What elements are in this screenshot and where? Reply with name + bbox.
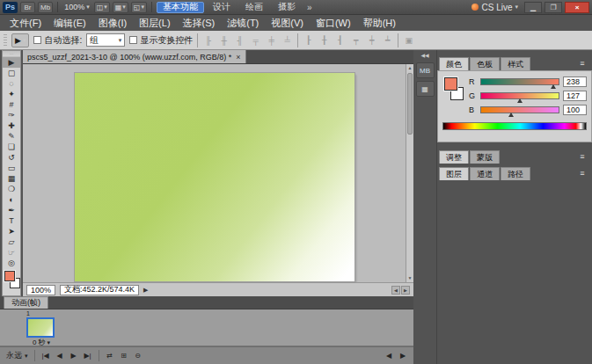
expand-dock-button[interactable]: ◀◀: [413, 50, 436, 60]
animation-frame[interactable]: 1 0 秒 ▾: [25, 310, 58, 347]
blue-slider-thumb[interactable]: [508, 113, 514, 117]
minimize-button[interactable]: ▁: [524, 2, 542, 13]
vertical-scrollbar[interactable]: ▲ ▼: [406, 64, 413, 282]
delete-frame-button[interactable]: ⊖: [132, 350, 144, 362]
status-zoom-field[interactable]: 100%: [26, 285, 55, 295]
arrange-documents-button[interactable]: ▦ ▾: [113, 2, 128, 13]
scroll-right-icon[interactable]: ▶: [401, 286, 410, 295]
auto-select-target-dropdown[interactable]: 组 ▾: [86, 33, 125, 47]
tab-layers[interactable]: 图层: [439, 167, 469, 180]
distribute-bottom-icon[interactable]: ┷: [382, 36, 393, 45]
tool-panel-grip[interactable]: ⋯: [3, 51, 20, 57]
scroll-right-icon[interactable]: ▶: [397, 350, 409, 362]
red-slider-thumb[interactable]: [551, 84, 556, 89]
dodge-tool[interactable]: ◐: [3, 194, 20, 205]
blue-value-field[interactable]: 100: [563, 105, 587, 115]
launch-minibridge-button[interactable]: Mb: [38, 2, 53, 13]
distribute-top-icon[interactable]: ┯: [350, 36, 362, 45]
menu-layer[interactable]: 图层(L): [133, 15, 176, 32]
eraser-tool[interactable]: ▭: [3, 163, 20, 173]
tab-adjustments[interactable]: 调整: [439, 150, 469, 164]
previous-frame-button[interactable]: ◀: [54, 350, 66, 362]
tab-masks[interactable]: 蒙版: [470, 150, 500, 164]
gradient-tool[interactable]: ▦: [3, 173, 20, 184]
distribute-left-icon[interactable]: ┠: [303, 36, 314, 45]
workspace-essentials-button[interactable]: 基本功能: [157, 2, 204, 13]
tab-paths[interactable]: 路径: [501, 167, 530, 180]
tab-channels[interactable]: 通道: [470, 167, 500, 180]
move-tool[interactable]: ▶: [3, 57, 20, 68]
history-brush-tool[interactable]: ↺: [3, 152, 20, 163]
menu-image[interactable]: 图像(I): [92, 15, 133, 32]
blur-tool[interactable]: ❍: [3, 184, 20, 194]
green-value-field[interactable]: 127: [563, 91, 587, 101]
close-button[interactable]: ×: [565, 2, 589, 13]
align-right-icon[interactable]: ╢: [234, 36, 245, 45]
loop-count-dropdown[interactable]: 永远 ▾: [4, 350, 30, 361]
next-frame-button[interactable]: ▶|: [82, 350, 94, 362]
tab-color[interactable]: 颜色: [439, 57, 469, 70]
horizontal-scrollbar[interactable]: ◀ ▶: [391, 286, 410, 295]
foreground-color-swatch[interactable]: [444, 77, 457, 91]
quick-selection-tool[interactable]: ✦: [3, 89, 20, 99]
align-hcenter-icon[interactable]: ╫: [218, 36, 230, 45]
workspace-design-button[interactable]: 设计: [207, 2, 237, 13]
scroll-down-icon[interactable]: ▼: [406, 274, 413, 282]
play-button[interactable]: ▶: [68, 350, 80, 362]
path-selection-tool[interactable]: ➤: [3, 226, 20, 237]
align-top-icon[interactable]: ╤: [250, 36, 261, 45]
align-left-icon[interactable]: ╟: [202, 36, 214, 45]
launch-bridge-button[interactable]: Br: [20, 2, 35, 13]
scroll-up-icon[interactable]: ▲: [406, 64, 413, 72]
shape-tool[interactable]: ▱: [3, 237, 20, 247]
close-icon[interactable]: ×: [236, 53, 240, 62]
zoom-level-control[interactable]: 100% ▾: [62, 3, 91, 11]
menu-select[interactable]: 选择(S): [177, 15, 222, 32]
distribute-hcenter-icon[interactable]: ╂: [318, 36, 330, 45]
tool-preset-picker[interactable]: ▶ ▾: [11, 33, 29, 47]
canvas-image[interactable]: [75, 73, 354, 281]
red-channel-slider[interactable]: [480, 78, 559, 85]
document-tab[interactable]: pscs5_uzzf_2021-3-10 @ 100% (www.uzzf.co…: [23, 50, 246, 63]
options-bar-grip[interactable]: [4, 34, 7, 47]
tween-frames-button[interactable]: ⇄: [104, 350, 116, 362]
animation-tab[interactable]: 动画(帧): [4, 296, 48, 309]
menu-window[interactable]: 窗口(W): [310, 15, 357, 32]
align-bottom-icon[interactable]: ╧: [281, 36, 293, 45]
show-transform-checkbox[interactable]: [129, 36, 137, 44]
align-vcenter-icon[interactable]: ╪: [266, 36, 277, 45]
auto-align-layers-icon[interactable]: ▣: [403, 36, 414, 45]
pen-tool[interactable]: ✒: [3, 205, 20, 215]
foreground-color-swatch[interactable]: [4, 271, 15, 281]
green-channel-slider[interactable]: [480, 92, 559, 99]
zoom-tool[interactable]: ◎: [3, 258, 20, 268]
type-tool[interactable]: T: [3, 215, 20, 226]
auto-select-checkbox[interactable]: [33, 36, 41, 44]
cs-live-button[interactable]: CS Live ▾: [468, 3, 522, 12]
workspace-photography-button[interactable]: 摄影: [272, 2, 302, 13]
first-frame-button[interactable]: |◀: [40, 350, 52, 362]
tab-swatches[interactable]: 色板: [470, 57, 500, 70]
view-extras-button[interactable]: ◫ ▾: [94, 2, 110, 13]
distribute-right-icon[interactable]: ┨: [334, 36, 346, 45]
lasso-tool[interactable]: ◌: [3, 78, 20, 89]
panel-menu-icon[interactable]: ≡: [575, 168, 589, 178]
clone-stamp-tool[interactable]: ❏: [3, 142, 20, 152]
menu-filter[interactable]: 滤镜(T): [221, 15, 265, 32]
workspace-overflow-button[interactable]: »: [304, 3, 315, 12]
brush-tool[interactable]: ✎: [3, 131, 20, 142]
menu-edit[interactable]: 编辑(E): [48, 15, 92, 32]
green-slider-thumb[interactable]: [517, 98, 523, 103]
red-value-field[interactable]: 238: [563, 76, 587, 87]
duplicate-frame-button[interactable]: ⊞: [118, 350, 130, 362]
spot-healing-tool[interactable]: ✚: [3, 120, 20, 131]
histogram-panel-icon[interactable]: ▦: [416, 81, 435, 97]
tab-styles[interactable]: 样式: [501, 57, 530, 70]
canvas-area[interactable]: [23, 64, 406, 282]
scroll-left-icon[interactable]: ◀: [383, 350, 395, 362]
screen-mode-button[interactable]: ◱ ▾: [131, 2, 147, 13]
scroll-left-icon[interactable]: ◀: [391, 286, 400, 295]
mini-bridge-panel-icon[interactable]: MB: [416, 62, 435, 78]
restore-button[interactable]: ❐: [544, 2, 562, 13]
frame-thumbnail[interactable]: [26, 317, 55, 338]
